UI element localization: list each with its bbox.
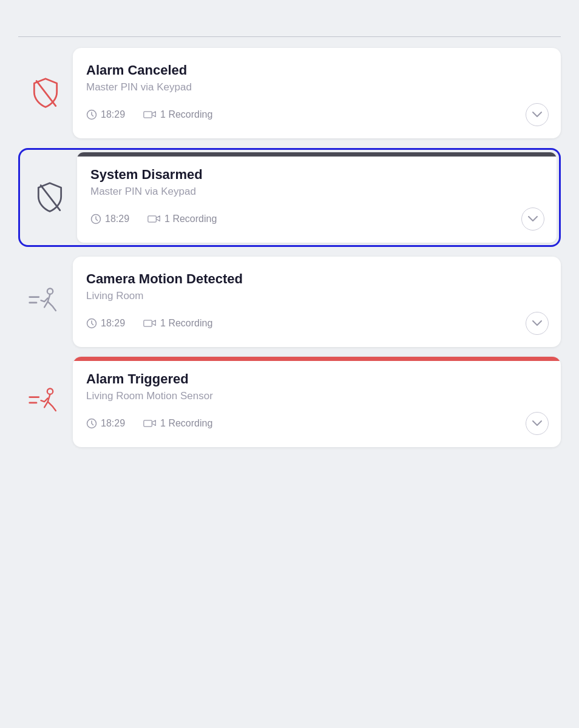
shield-disarmed-icon (22, 181, 77, 215)
event-item-alarm-canceled[interactable]: Alarm Canceled Master PIN via Keypad 18:… (18, 48, 561, 138)
event-recording: 1 Recording (143, 109, 507, 120)
event-time: 18:29 (90, 214, 129, 224)
event-item-alarm-triggered[interactable]: Alarm Triggered Living Room Motion Senso… (18, 357, 561, 447)
event-card-alarm-triggered[interactable]: Alarm Triggered Living Room Motion Senso… (73, 357, 561, 447)
shield-canceled-icon (18, 76, 73, 110)
time-value: 18:29 (101, 109, 125, 120)
event-time: 18:29 (86, 318, 125, 329)
event-recording: 1 Recording (143, 318, 507, 329)
expand-button[interactable] (526, 412, 549, 435)
card-footer: 18:29 1 Recording (86, 412, 549, 435)
event-recording: 1 Recording (143, 418, 507, 429)
event-card-alarm-canceled[interactable]: Alarm Canceled Master PIN via Keypad 18:… (73, 48, 561, 138)
time-value: 18:29 (101, 318, 125, 329)
svg-point-13 (47, 388, 53, 394)
recording-count: 1 Recording (160, 109, 212, 120)
chevron-down-icon (528, 216, 538, 222)
svg-rect-2 (144, 112, 152, 118)
svg-point-8 (47, 288, 53, 294)
card-top-bar (73, 357, 561, 361)
chevron-down-icon (532, 320, 542, 326)
svg-rect-10 (144, 320, 152, 326)
section-divider (18, 36, 561, 37)
event-subtitle: Master PIN via Keypad (90, 186, 544, 198)
time-value: 18:29 (105, 214, 129, 224)
time-value: 18:29 (101, 418, 125, 429)
expand-button[interactable] (526, 103, 549, 126)
event-subtitle: Master PIN via Keypad (86, 81, 549, 93)
svg-rect-5 (148, 216, 157, 222)
motion-gray-icon (18, 285, 73, 319)
event-time: 18:29 (86, 418, 125, 429)
event-title: Camera Motion Detected (86, 271, 549, 287)
expand-button[interactable] (526, 312, 549, 335)
chevron-down-icon (532, 420, 542, 426)
recording-count: 1 Recording (160, 318, 212, 329)
card-top-bar (77, 152, 557, 157)
event-title: Alarm Canceled (86, 62, 549, 78)
card-footer: 18:29 1 Recording (90, 207, 544, 231)
recording-count: 1 Recording (160, 418, 212, 429)
chevron-down-icon (532, 112, 542, 118)
card-footer: 18:29 1 Recording (86, 312, 549, 335)
motion-red-icon (18, 385, 73, 419)
event-subtitle: Living Room (86, 290, 549, 302)
svg-rect-15 (144, 420, 152, 426)
event-title: Alarm Triggered (86, 371, 549, 387)
event-item-camera-motion[interactable]: Camera Motion Detected Living Room 18:29… (18, 257, 561, 347)
event-card-camera-motion[interactable]: Camera Motion Detected Living Room 18:29… (73, 257, 561, 347)
recording-count: 1 Recording (164, 214, 217, 224)
event-subtitle: Living Room Motion Sensor (86, 390, 549, 402)
event-item-system-disarmed[interactable]: System Disarmed Master PIN via Keypad 18… (18, 148, 561, 247)
event-recording: 1 Recording (147, 214, 503, 224)
event-title: System Disarmed (90, 167, 544, 183)
expand-button[interactable] (521, 207, 544, 231)
card-footer: 18:29 1 Recording (86, 103, 549, 126)
event-time: 18:29 (86, 109, 125, 120)
event-card-system-disarmed[interactable]: System Disarmed Master PIN via Keypad 18… (77, 152, 557, 243)
